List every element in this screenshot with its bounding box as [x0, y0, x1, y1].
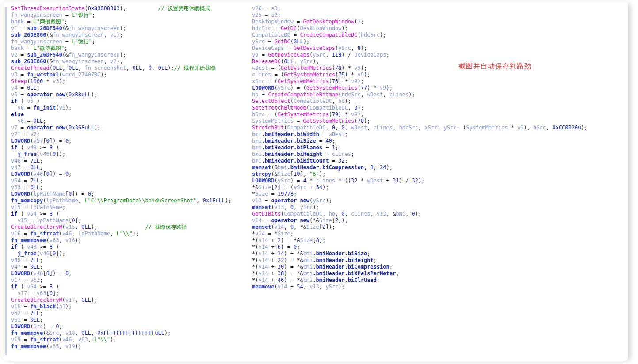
code-line: v26 = a3; — [252, 5, 588, 12]
code-line: v61 = 0LL; — [11, 317, 232, 323]
code-line: fn_memmovee(v63, v16); — [11, 237, 232, 244]
code-line: *(v14 + 38) = *&bmi.bmiHeader.biXPelsPer… — [252, 270, 588, 277]
code-line: v53 = 0LL; — [11, 184, 232, 191]
code-line: if ( v5 ) — [11, 98, 232, 105]
code-line: ho = CreateCompatibleBitmap(hdcSrc, wDes… — [252, 91, 588, 98]
code-line: LODWORD(ySrc) = (GetSystemMetrics(77) * … — [252, 85, 588, 91]
code-line: v13 = operator new(ySrc); — [252, 197, 588, 204]
code-line: LOWORD(v46[0]) = 0; — [11, 171, 232, 178]
code-line: v18 = fn_black(a1); — [11, 303, 232, 310]
code-line: CreateDirectoryW(v17, 0LL); — [11, 297, 232, 303]
code-line: v5 = operator new(0xB8uLL); — [11, 91, 232, 98]
code-line: j_free(v46[0]); — [11, 250, 232, 257]
code-line: sub_26DE860(&fn_wangyinscreen, v1); — [11, 32, 232, 38]
code-line: bank = L"网银截图"; — [11, 19, 232, 25]
code-line: StretchBlt(CompatibleDC, 0, 0, wDest, cL… — [252, 125, 588, 131]
code-line: *&Size[2] = (ySrc + 54); — [252, 184, 588, 191]
code-line: v16 = fn_strcat(v46, lpPathName, L"\\"); — [11, 231, 232, 237]
code-line: v9 = GetDeviceCaps(ySrc, 118) / DeviceCa… — [252, 52, 588, 58]
code-line: SelectObject(CompatibleDC, ho); — [252, 98, 588, 105]
code-line: v47 = 0LL; — [11, 164, 232, 171]
code-line: fn_memmovee(v55, v19); — [11, 343, 232, 350]
code-line: LOWORD(Src) = 0; — [11, 323, 232, 330]
code-line: if ( v48 >= 8 ) — [11, 144, 232, 151]
red-annotation-text: 截图并自动保存到路劲 — [458, 62, 531, 71]
code-line: *(v14 + 30) = *&bmi.bmiHeader.biCompress… — [252, 264, 588, 270]
code-line: DesktopWindow = GetDesktopWindow(); — [252, 19, 588, 25]
code-line: hSrc = (GetSystemMetrics(79) * v9); — [252, 111, 588, 118]
code-line: fn_wangyinscreen = L"银行"; — [11, 12, 232, 19]
code-line: if ( v64 >= 8 ) — [11, 284, 232, 290]
code-line: fn_wangyinscreen = L"微信"; — [11, 38, 232, 45]
code-line: bank = L"微信截图"; — [11, 45, 232, 52]
code-line: sub_26DE860(&fn_wangyinscreen, v2); — [11, 58, 232, 65]
code-line: LOWORD(lpPathName[0]) = 0; — [11, 191, 232, 197]
code-line: v17 = v63; — [11, 277, 232, 284]
code-line: hdcSrc = GetDC(DesktopWindow); — [252, 25, 588, 32]
code-line: v48 = 7LL; — [11, 158, 232, 164]
code-line: memset(&bmi.bmiHeader.biCompression, 0, … — [252, 164, 588, 171]
code-line: v14 = operator new(*&Size[2]); — [252, 217, 588, 224]
code-line: wDest = (GetSystemMetrics(78) * v9); — [252, 65, 588, 72]
code-line: bmi.bmiHeader.biHeight = cLines; — [252, 151, 588, 158]
code-line: v48 = 7LL; — [11, 257, 232, 264]
code-line: v3 = fn_wcstoxl(word_27407BC); — [11, 72, 232, 78]
code-line: v2 = sub_26DF540(&fn_wangyinscreen); — [11, 52, 232, 58]
code-line: memset(v13, 0, ySrc); — [252, 204, 588, 211]
code-line: *(v14 + 14) = *&bmi.bmiHeader.biSize; — [252, 250, 588, 257]
code-line: ReleaseDC(0LL, ySrc); — [252, 58, 588, 65]
code-line: cLines = (GetSystemMetrics(79) * v9); — [252, 72, 588, 78]
code-line: v54 = 7LL; — [11, 178, 232, 184]
code-line: fn_memcopy(lpPathName, L"C:\\ProgramData… — [11, 197, 232, 204]
code-line: xSrc = (GetSystemMetrics(76) * v9); — [252, 78, 588, 85]
code-line: v4 = 0LL; — [11, 85, 232, 91]
code-line: v47 = 0LL; — [11, 264, 232, 270]
code-line: CreateThread(0LL, 0LL, fn_screenshot, 0L… — [11, 65, 232, 72]
code-line: SetThreadExecutionState(0x80000003); // … — [11, 5, 232, 12]
code-line: strcpy(&Size[10], "6"); — [252, 171, 588, 178]
code-line: v17 = v63[0]; — [11, 290, 232, 297]
code-line: ySrc = GetDC(0LL); — [252, 38, 588, 45]
code-line: CreateDirectoryW(v15, 0LL); // 截图保存路径 — [11, 224, 232, 231]
code-line: SystemMetrics = GetSystemMetrics(78); — [252, 118, 588, 125]
code-line: LOWORD(v46[0]) = 0; — [11, 270, 232, 277]
code-block-gutter-bar — [5, 7, 7, 355]
code-line: LODWORD(ySrc) = 4 * cLines * ((32 * wDes… — [252, 178, 588, 184]
code-line: *(v14 + 22) = *&bmi.bmiHeader.biHeight; — [252, 257, 588, 264]
code-line: j_free(v46[0]); — [11, 151, 232, 158]
code-line: bmi.bmiHeader.biWidth = wDest; — [252, 131, 588, 138]
code-line: memset(v14, 0, *&Size[2]); — [252, 224, 588, 231]
code-line: v21 = v7; — [11, 131, 232, 138]
code-line: GetDIBits(CompatibleDC, ho, 0, cLines, v… — [252, 211, 588, 217]
code-line: v7 = operator new(0x368uLL); — [11, 125, 232, 131]
code-line: Sleep(1000 * v3); — [11, 78, 232, 85]
code-line: v1 = sub_26DF540(&fn_wangyinscreen); — [11, 25, 232, 32]
code-line: bmi.bmiHeader.biSize = 40; — [252, 138, 588, 144]
code-line: if ( v54 >= 8 ) — [11, 211, 232, 217]
code-line: v6 = fn_init(v5); — [11, 105, 232, 111]
code-line: *(v14 + 6) = 0; — [252, 244, 588, 250]
code-line: CompatibleDC = CreateCompatibleDC(hdcSrc… — [252, 32, 588, 38]
code-line: LOWORD(v57[0]) = 0; — [11, 138, 232, 144]
code-line: memmove(v14 + 54, v13, ySrc); — [252, 284, 588, 290]
code-line: fn_memmove(&Src, v18, 0LL, 0xFFFFFFFFFFF… — [11, 330, 232, 337]
decompiled-code-column-right: v26 = a3;v25 = a2;DesktopWindow = GetDes… — [252, 5, 588, 290]
code-line: *(v14 + 46) = *&bmi.bmiHeader.biClrUsed; — [252, 277, 588, 284]
code-line: v15 = lpPathName[0]; — [11, 217, 232, 224]
code-line: v15 = lpPathName; — [11, 204, 232, 211]
code-line: SetStretchBltMode(CompatibleDC, 3); — [252, 105, 588, 111]
code-line: *(v14 + 2) = *&Size[8]; — [252, 237, 588, 244]
code-line: bmi.bmiHeader.biBitCount = 32; — [252, 158, 588, 164]
code-line: v62 = 7LL; — [11, 310, 232, 317]
code-line: else — [11, 111, 232, 118]
code-line: v25 = a2; — [252, 12, 588, 19]
code-line: v6 = 0LL; — [11, 118, 232, 125]
code-line: *v14 = *Size; — [252, 231, 588, 237]
code-line: DeviceCaps = GetDeviceCaps(ySrc, 8); — [252, 45, 588, 52]
code-line: *Size = 19778; — [252, 191, 588, 197]
code-line: if ( v48 >= 8 ) — [11, 244, 232, 250]
code-line: bmi.bmiHeader.biPlanes = 1; — [252, 144, 588, 151]
code-line: v19 = fn_strcat(v46, v63, L"\\"); — [11, 337, 232, 343]
decompiled-code-column-left: SetThreadExecutionState(0x80000003); // … — [11, 5, 232, 350]
